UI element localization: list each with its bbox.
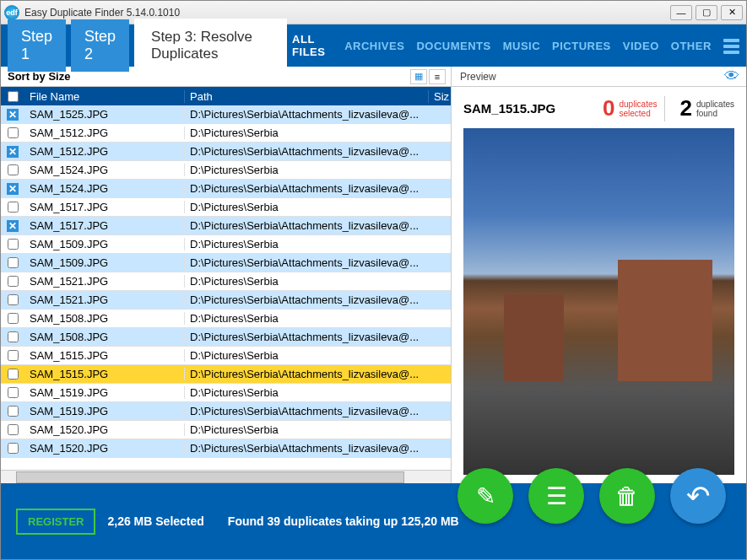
row-delete-mark[interactable]: ✕ — [7, 220, 19, 232]
cell-filename: SAM_1519.JPG — [24, 405, 185, 417]
row-checkbox[interactable] — [8, 257, 19, 268]
stat-divider — [664, 96, 665, 121]
table-row[interactable]: SAM_1508.JPGD:\Pictures\Serbia — [1, 310, 451, 328]
table-row[interactable]: SAM_1509.JPGD:\Pictures\Serbia — [1, 235, 451, 254]
cell-path: D:\Pictures\Serbia\Attachments_lizvasile… — [185, 405, 451, 417]
cell-path: D:\Pictures\Serbia\Attachments_lizvasile… — [185, 293, 451, 306]
table-row[interactable]: SAM_1509.JPGD:\Pictures\Serbia\Attachmen… — [1, 254, 451, 272]
duplicates-found-label: duplicatesfound — [696, 100, 734, 118]
header: Step 1 Step 2 Step 3: Resolve Duplicates… — [1, 24, 746, 67]
table-row[interactable]: SAM_1521.JPGD:\Pictures\Serbia — [1, 272, 451, 291]
tab-step1[interactable]: Step 1 — [8, 19, 66, 72]
filter-other[interactable]: OTHER — [671, 40, 712, 52]
list-view-icon[interactable]: ≡ — [429, 69, 446, 84]
cell-filename: SAM_1512.JPG — [24, 145, 185, 158]
register-button[interactable]: REGISTER — [16, 509, 95, 535]
cell-filename: SAM_1508.JPG — [24, 331, 185, 343]
cell-filename: SAM_1512.JPG — [24, 127, 185, 139]
row-checkbox[interactable] — [8, 276, 19, 287]
cell-filename: SAM_1508.JPG — [24, 312, 185, 325]
row-delete-mark[interactable]: ✕ — [7, 109, 19, 121]
row-checkbox[interactable] — [8, 406, 19, 417]
sort-label[interactable]: Sort by Size — [1, 70, 410, 83]
hamburger-menu-icon[interactable] — [723, 36, 739, 55]
cell-filename: SAM_1524.JPG — [24, 164, 185, 176]
cell-path: D:\Pictures\Serbia — [185, 127, 451, 139]
undo-button[interactable]: ↶ — [670, 468, 726, 524]
col-path[interactable]: Path — [185, 90, 429, 103]
table-row[interactable]: SAM_1520.JPGD:\Pictures\Serbia — [1, 421, 451, 439]
row-checkbox[interactable] — [8, 294, 19, 305]
preview-label-text: Preview — [460, 71, 496, 83]
list-button[interactable]: ☰ — [528, 468, 584, 524]
cell-filename: SAM_1517.JPG — [24, 219, 185, 232]
grid-view-icon[interactable]: ▦ — [410, 69, 427, 84]
table-row[interactable]: ✕SAM_1512.JPGD:\Pictures\Serbia\Attachme… — [1, 143, 451, 161]
close-button[interactable]: ✕ — [721, 5, 743, 20]
eye-icon[interactable]: 👁 — [724, 67, 739, 85]
horizontal-scrollbar[interactable] — [1, 470, 451, 483]
tab-step3[interactable]: Step 3: Resolve Duplicates — [134, 19, 287, 73]
filter-pictures[interactable]: PICTURES — [552, 40, 611, 52]
filter-archives[interactable]: ARCHIVES — [344, 40, 404, 52]
minimize-button[interactable]: ― — [670, 5, 692, 20]
cell-filename: SAM_1524.JPG — [24, 182, 185, 195]
duplicates-selected-count: 0 — [603, 95, 614, 121]
table-row[interactable]: SAM_1520.JPGD:\Pictures\Serbia\Attachmen… — [1, 439, 451, 458]
filter-video[interactable]: VIDEO — [623, 40, 659, 52]
row-checkbox[interactable] — [8, 350, 19, 361]
table-row[interactable]: SAM_1515.JPGD:\Pictures\Serbia\Attachmen… — [1, 365, 451, 384]
cell-path: D:\Pictures\Serbia — [185, 164, 451, 176]
cell-filename: SAM_1520.JPG — [24, 442, 185, 455]
preview-label: Preview 👁 — [451, 67, 746, 86]
col-size[interactable]: Siz — [429, 90, 451, 103]
row-checkbox[interactable] — [8, 127, 19, 138]
cell-filename: SAM_1521.JPG — [24, 293, 185, 306]
cell-path: D:\Pictures\Serbia\Attachments_lizvasile… — [185, 331, 451, 343]
cell-path: D:\Pictures\Serbia\Attachments_lizvasile… — [185, 145, 451, 158]
table-row[interactable]: ✕SAM_1525.JPGD:\Pictures\Serbia\Attachme… — [1, 105, 451, 124]
table-row[interactable]: SAM_1521.JPGD:\Pictures\Serbia\Attachmen… — [1, 291, 451, 310]
row-checkbox[interactable] — [8, 202, 19, 213]
files-table: File Name Path Siz ✕SAM_1525.JPGD:\Pictu… — [1, 87, 451, 483]
table-row[interactable]: SAM_1508.JPGD:\Pictures\Serbia\Attachmen… — [1, 328, 451, 347]
footer: REGISTER 2,26 MB Selected Found 39 dupli… — [1, 483, 746, 559]
table-row[interactable]: SAM_1524.JPGD:\Pictures\Serbia — [1, 161, 451, 180]
maximize-button[interactable]: ▢ — [696, 5, 717, 20]
table-body[interactable]: ✕SAM_1525.JPGD:\Pictures\Serbia\Attachme… — [1, 105, 451, 470]
table-row[interactable]: SAM_1519.JPGD:\Pictures\Serbia\Attachmen… — [1, 402, 451, 421]
cell-path: D:\Pictures\Serbia\Attachments_lizvasile… — [185, 108, 451, 121]
edit-button[interactable]: ✎ — [457, 468, 513, 524]
table-row[interactable]: ✕SAM_1524.JPGD:\Pictures\Serbia\Attachme… — [1, 180, 451, 198]
table-row[interactable]: SAM_1519.JPGD:\Pictures\Serbia — [1, 384, 451, 402]
row-checkbox[interactable] — [8, 424, 19, 435]
row-checkbox[interactable] — [8, 369, 19, 380]
toolbar: Sort by Size ▦ ≡ Preview 👁 — [1, 67, 746, 87]
row-delete-mark[interactable]: ✕ — [7, 146, 19, 158]
delete-button[interactable]: 🗑 — [599, 468, 655, 524]
cell-path: D:\Pictures\Serbia — [185, 349, 451, 362]
cell-filename: SAM_1521.JPG — [24, 275, 185, 288]
filter-all-files[interactable]: ALL FILES — [292, 33, 333, 58]
row-checkbox[interactable] — [8, 164, 19, 175]
preview-filename: SAM_1515.JPG — [463, 101, 594, 116]
filter-music[interactable]: MUSIC — [503, 40, 540, 52]
row-checkbox[interactable] — [8, 313, 19, 324]
select-all-checkbox[interactable] — [8, 91, 19, 102]
cell-filename: SAM_1509.JPG — [24, 238, 185, 250]
table-row[interactable]: SAM_1515.JPGD:\Pictures\Serbia — [1, 347, 451, 365]
app-icon: edf — [4, 5, 19, 20]
table-row[interactable]: SAM_1517.JPGD:\Pictures\Serbia — [1, 198, 451, 217]
row-delete-mark[interactable]: ✕ — [7, 183, 19, 195]
row-checkbox[interactable] — [8, 387, 19, 398]
table-row[interactable]: ✕SAM_1517.JPGD:\Pictures\Serbia\Attachme… — [1, 217, 451, 235]
tab-step2[interactable]: Step 2 — [71, 19, 129, 72]
table-header: File Name Path Siz — [1, 87, 451, 105]
row-checkbox[interactable] — [8, 239, 19, 250]
col-filename[interactable]: File Name — [24, 90, 185, 103]
row-checkbox[interactable] — [8, 443, 19, 454]
filter-documents[interactable]: DOCUMENTS — [416, 40, 490, 52]
table-row[interactable]: SAM_1512.JPGD:\Pictures\Serbia — [1, 124, 451, 143]
cell-filename: SAM_1519.JPG — [24, 386, 185, 399]
row-checkbox[interactable] — [8, 331, 19, 342]
